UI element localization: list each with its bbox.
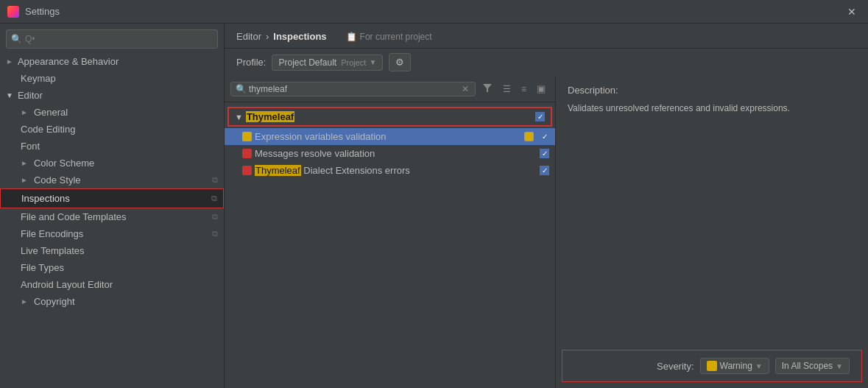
sidebar-item-code-editing[interactable]: Code Editing [0, 121, 224, 138]
sidebar-item-file-types[interactable]: File Types [0, 259, 224, 276]
sidebar-search-input[interactable] [25, 34, 213, 44]
sidebar-item-editor[interactable]: ▼ Editor [0, 87, 224, 104]
tree-item-label: Messages resolve validation [255, 148, 540, 159]
breadcrumb-current: Inspections [273, 31, 326, 42]
warning-color-icon [707, 361, 717, 371]
sidebar-item-label: File Types [21, 262, 64, 273]
tree-item-dialect-errors[interactable]: Thymeleaf Dialect Extensions errors ✓ [225, 162, 555, 179]
settings-window: Settings ✕ 🔍 ► Appearance & Behavior Key… [0, 0, 868, 388]
tree-item-msg-validation[interactable]: Messages resolve validation ✓ [225, 145, 555, 162]
filter-bar: 🔍 thymeleaf ✕ ☰ ≡ ▣ [225, 76, 555, 102]
sidebar-item-code-style[interactable]: ► Code Style ⧉ [0, 172, 224, 188]
expand-icon: ► [21, 176, 28, 184]
severity-error-icon [242, 149, 252, 158]
sidebar-item-label: Android Layout Editor [21, 279, 113, 290]
filter-icon [482, 82, 493, 93]
tree-item-label: Thymeleaf Dialect Extensions errors [255, 165, 540, 176]
expand-icon: ► [21, 108, 28, 116]
search-filter-box[interactable]: 🔍 thymeleaf ✕ [230, 82, 476, 96]
severity-row: Severity: Warning ▼ In All Scopes ▼ [562, 350, 862, 382]
expand-icon: ► [21, 159, 28, 167]
collapse-icon: ► [6, 57, 13, 66]
profile-label: Profile: [236, 57, 266, 68]
sidebar-item-label: Editor [18, 90, 43, 101]
sidebar-item-label: Copyright [34, 296, 75, 307]
copy-icon: ⧉ [212, 229, 218, 239]
app-icon [7, 6, 19, 18]
tree-group-label: Thymeleaf [246, 111, 294, 122]
collapse-all-button[interactable]: ≡ [518, 82, 530, 96]
expand-icon: ► [21, 297, 28, 306]
tree-item-expr-validation[interactable]: Expression variables validation ✓ [225, 128, 555, 145]
sidebar: 🔍 ► Appearance & Behavior Keymap ▼ Edito… [0, 24, 225, 388]
item-checkbox-0[interactable]: ✓ [540, 132, 549, 141]
gear-button[interactable]: ⚙ [389, 53, 411, 71]
sidebar-item-label: General [34, 107, 68, 118]
filter-input[interactable]: thymeleaf [249, 84, 460, 94]
window-title: Settings [25, 6, 843, 17]
dropdown-arrow-icon: ▼ [836, 362, 843, 370]
breadcrumb: Editor › Inspections [236, 31, 327, 42]
sidebar-item-label: Color Scheme [34, 158, 94, 169]
filter-button[interactable] [479, 80, 496, 97]
right-panel: Editor › Inspections 📋 For current proje… [225, 24, 868, 388]
profile-row: Profile: Project Default Project ▼ ⚙ [225, 49, 868, 76]
scope-value: In All Scopes [782, 361, 833, 371]
sidebar-item-copyright[interactable]: ► Copyright [0, 293, 224, 310]
severity-label: Severity: [657, 361, 694, 372]
breadcrumb-separator: › [266, 31, 269, 42]
profile-value: Project Default [278, 57, 336, 68]
sidebar-item-keymap[interactable]: Keymap [0, 70, 224, 87]
sidebar-item-label: File Encodings [21, 228, 83, 239]
breadcrumb-parent: Editor [236, 31, 261, 42]
sidebar-item-android-layout[interactable]: Android Layout Editor [0, 276, 224, 293]
tree-area: ▼ Thymeleaf ✓ Expression variables vali [225, 102, 555, 388]
sidebar-item-label: Keymap [21, 73, 56, 84]
sidebar-item-label: Code Style [34, 174, 81, 186]
main-content: 🔍 ► Appearance & Behavior Keymap ▼ Edito… [0, 24, 868, 388]
tree-group-header[interactable]: ▼ Thymeleaf ✓ [227, 107, 552, 127]
clear-button[interactable]: ✕ [460, 84, 470, 94]
sidebar-item-inspections[interactable]: Inspections ⧉ [0, 188, 224, 208]
item-checkbox-1[interactable]: ✓ [540, 149, 549, 158]
sidebar-item-label: Appearance & Behavior [18, 56, 119, 67]
sidebar-item-font[interactable]: Font [0, 138, 224, 155]
for-project-button[interactable]: 📋 For current project [346, 32, 432, 42]
copy-icon: ⧉ [211, 194, 217, 203]
description-title: Description: [568, 85, 856, 96]
severity-dropdown[interactable]: Warning ▼ [700, 358, 769, 374]
sidebar-item-general[interactable]: ► General [0, 104, 224, 121]
sidebar-item-appearance[interactable]: ► Appearance & Behavior [0, 53, 224, 70]
tree-item-suffix: Dialect Extensions errors [301, 165, 410, 176]
collapse-icon: ▼ [6, 91, 13, 99]
expand-all-button[interactable]: ☰ [499, 82, 515, 96]
description-area: Description: Validates unresolved refere… [556, 76, 868, 388]
severity-value: Warning [720, 361, 752, 371]
severity-dot-warning [524, 132, 534, 141]
search-icon: 🔍 [236, 84, 247, 94]
search-icon: 🔍 [11, 34, 22, 44]
sidebar-item-color-scheme[interactable]: ► Color Scheme [0, 155, 224, 172]
scope-dropdown[interactable]: In All Scopes ▼ [775, 358, 850, 374]
copy-icon: ⧉ [212, 212, 218, 222]
square-button[interactable]: ▣ [533, 81, 549, 96]
description-panel: Description: Validates unresolved refere… [556, 76, 868, 219]
svg-marker-0 [483, 84, 492, 92]
severity-warning-icon [242, 132, 252, 141]
highlight-text: Thymeleaf [255, 165, 301, 176]
item-checkbox-2[interactable]: ✓ [540, 166, 549, 175]
group-checkbox[interactable]: ✓ [535, 112, 545, 121]
description-text: Validates unresolved references and inva… [568, 102, 856, 115]
sidebar-search[interactable]: 🔍 [6, 29, 218, 49]
highlight-text: Thymeleaf [246, 111, 294, 122]
close-button[interactable]: ✕ [843, 4, 861, 19]
sidebar-item-file-encodings[interactable]: File Encodings ⧉ [0, 225, 224, 242]
profile-dropdown[interactable]: Project Default Project ▼ [272, 54, 383, 71]
sidebar-item-file-templates[interactable]: File and Code Templates ⧉ [0, 208, 224, 225]
dropdown-arrow-icon: ▼ [369, 58, 376, 66]
inspections-left: 🔍 thymeleaf ✕ ☰ ≡ ▣ [225, 76, 556, 388]
sidebar-item-live-templates[interactable]: Live Templates [0, 242, 224, 259]
dropdown-arrow-icon: ▼ [755, 362, 763, 370]
severity-error-icon [242, 166, 252, 175]
project-icon: 📋 [346, 32, 357, 42]
